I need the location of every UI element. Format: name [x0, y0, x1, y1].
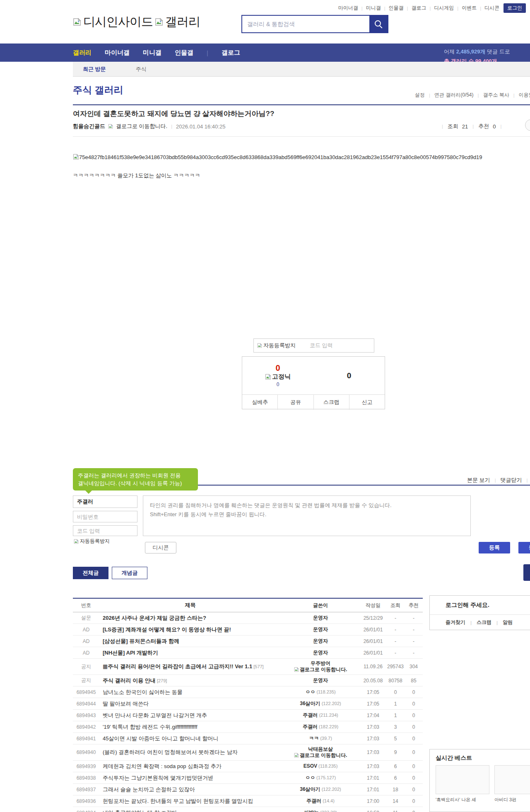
nickname-tooltip: 주갤러는 갤러리에서 권장하는 비회원 전용 갤닉네임입니다. (삭제 시 닉네… [73, 468, 198, 491]
gallery-header-link[interactable]: 설정 [415, 92, 425, 99]
post-author[interactable]: ㅇㅇ (118.235) [281, 689, 360, 695]
comment-bubble-icon[interactable] [525, 119, 530, 131]
tab-all-posts[interactable]: 전체글 [73, 567, 108, 579]
post-title-link[interactable]: '19' 틱톡녀 합방 레전드 수위.gifffffffffffffff [103, 724, 198, 730]
tab-best-posts[interactable]: 개념글 [112, 567, 147, 579]
post-author[interactable]: ESOV (118.235) [281, 763, 360, 769]
board-row: 6894940(블라) 결혼하려다 여친이 멍청해보여서 못하겠다는 남자낙태음… [73, 744, 423, 761]
vote-action-button[interactable]: 스크랩 [313, 395, 349, 410]
post-title-link[interactable]: 그래서 슬슬 눈치까고 손절하고 있잖아 [103, 786, 195, 793]
post-author[interactable]: 운영자 [281, 626, 360, 633]
post-author[interactable]: ㅋㅋ (39.7) [281, 735, 360, 742]
post-author[interactable]: 운영자 [281, 650, 360, 656]
post-title-link[interactable]: 주식투자는 그냥기본원칙에 몇개기법덧댄거넫 [103, 775, 213, 781]
post-author[interactable]: 씨발놈 (223.38) [281, 810, 360, 812]
post-author[interactable]: ㅇㅇ (175.127) [281, 775, 360, 781]
separator: | [470, 620, 472, 625]
login-button[interactable]: 로그인 [504, 3, 526, 13]
post-author[interactable]: 낙태음보살갤로그로 이동합니다. [281, 746, 360, 759]
separator: | [441, 124, 444, 129]
comment-submit-button-clipped[interactable]: 등록 [518, 542, 530, 553]
post-title-link[interactable]: [NH선물] API 개발하기 [103, 650, 158, 656]
best-caption[interactable]: '흑백요리사' 나온 셰 [436, 797, 489, 803]
post-title-link[interactable]: 내일 출근해야하는데 참 ㅈ같다 [103, 810, 177, 812]
topnav-item[interactable]: 이벤트 [462, 5, 477, 12]
comment-submit-button[interactable]: 등록 [479, 542, 510, 553]
best-thumbnail[interactable] [436, 765, 489, 794]
topnav-item[interactable]: 미니갤 [366, 5, 381, 12]
topnav-item[interactable]: 디시콘 [484, 5, 499, 12]
gallery-header-link[interactable]: 이용안내 [519, 92, 530, 99]
vote-action-button[interactable]: 신고 [349, 395, 385, 410]
main-nav-item[interactable]: 갤로그 [222, 49, 240, 57]
dccon-button[interactable]: 디시콘 [145, 542, 176, 553]
login-quick-link[interactable]: 스크랩 [477, 619, 491, 626]
gallery-header-link[interactable]: 연관 갤러리(0/54) [434, 92, 474, 99]
gallery-title[interactable]: 주식 갤러리 [73, 84, 123, 97]
vote-action-button[interactable]: 공유 [277, 395, 313, 410]
post-title-link[interactable]: [삼성선물] 퓨처몬스터들과 함께 [103, 638, 179, 644]
post-title-link[interactable]: 케데헌과 김치연 확장팩 : soda pop 심화과정 추가 [103, 763, 222, 769]
post-author[interactable]: 우주방어갤로그로 이동합니다. [281, 660, 360, 673]
post-title-link[interactable]: 45살이면 시발 아줌마도 아니고 할머니네 할머니 [103, 735, 219, 742]
vote-action-button[interactable]: 실베추 [242, 395, 277, 410]
write-button-clipped[interactable] [523, 564, 530, 581]
captcha-code-input[interactable]: 코드 입력 [310, 342, 333, 349]
recent-visit-tab-stock[interactable]: 주식 [136, 65, 147, 73]
post-author[interactable]: 힘을숨긴골드 [73, 123, 105, 130]
post-title-link[interactable]: [LS증권] 계좌개설 어떻게 해요? 이 동영상 하나면 끝! [103, 626, 231, 633]
post-title-link[interactable]: 헌팅포차는 끝났다. 한녀들의 무고 남발이 헌팅포차를 멸망시킴 [103, 798, 253, 804]
login-quick-link[interactable]: 즐겨찾기 [446, 619, 465, 626]
post-date: 17:03 [360, 764, 386, 769]
topnav-item[interactable]: 디시게임 [434, 5, 454, 12]
comment-header-link[interactable]: 댓글닫기 [500, 476, 522, 484]
main-nav-item[interactable]: 인물갤 [175, 49, 193, 57]
site-logo[interactable]: 디시인사이드 갤러리 [73, 14, 200, 30]
post-title-link[interactable]: (블라) 결혼하려다 여친이 멍청해보여서 못하겠다는 남자 [103, 749, 238, 755]
login-box-title: 로그인해 주세요. [430, 596, 530, 614]
comment-password-input[interactable] [73, 511, 137, 522]
post-author[interactable]: 주갤러 (211.234) [281, 712, 360, 718]
gallog-link[interactable]: 갤로그로 이동합니다. [116, 123, 167, 130]
downvote-count[interactable]: 0 [347, 371, 352, 380]
post-author[interactable]: 주갤러 (14.4) [281, 798, 360, 804]
gallery-header-link[interactable]: 갤주소 복사 [483, 92, 509, 99]
login-quick-link[interactable]: 알림 [503, 619, 513, 626]
comment-code-input[interactable] [73, 525, 137, 536]
post-title-link[interactable]: 주식 갤러리 이용 안내 [103, 677, 156, 684]
post-date: 17:05 [360, 701, 386, 707]
post-title-link[interactable]: 벳녀 만나서 다문화 고부열전 나갈거면 개추 [103, 712, 207, 718]
search-button[interactable] [369, 16, 388, 32]
post-title-link[interactable]: 딸 팔아보려 애쓴다 [103, 701, 149, 707]
topnav-item[interactable]: 갤로그 [411, 5, 426, 12]
recent-visit-label[interactable]: 최근 방문 [83, 65, 106, 73]
post-title-link[interactable]: 남녀노소 한국인이 싫어하는 동물 [103, 689, 183, 695]
post-author[interactable]: 운영자 [281, 677, 360, 684]
post-author[interactable]: 36살아기 (122.202) [281, 701, 360, 707]
topnav-item[interactable]: 마이너갤 [338, 5, 358, 12]
post-views: 18 [386, 787, 405, 793]
main-nav-item[interactable]: 마이너갤 [105, 49, 130, 57]
post-author[interactable]: 운영자 [281, 615, 360, 621]
search-input[interactable] [242, 16, 369, 32]
best-thumbnail[interactable] [494, 765, 530, 794]
upvote-count[interactable]: 0 [275, 364, 280, 372]
best-caption[interactable]: 아비디 3편 [494, 797, 530, 803]
main-nav-item[interactable]: 미니갤 [143, 49, 161, 57]
comment-textarea[interactable]: 타인의 권리를 침해하거나 명예를 훼손하는 댓글은 운영원칙 및 관련 법률에… [143, 495, 471, 536]
post-author[interactable]: 36살아기 (122.202) [281, 786, 360, 793]
author-line: 씨발놈 (223.38) [304, 810, 337, 812]
post-author[interactable]: 운영자 [281, 638, 360, 644]
main-nav-item[interactable]: 갤러리 [73, 49, 92, 57]
post-number: 6894934 [73, 810, 99, 812]
post-text: ㅋㅋㅋㅋㅋㅋㅋㅋ 쓸모가 1도없는 삶이노 ㅋㅋㅋㅋㅋ [73, 172, 200, 179]
topnav-item[interactable]: 인물갤 [389, 5, 404, 12]
comment-nickname-input[interactable] [73, 495, 137, 508]
broken-image-icon [73, 18, 81, 26]
post-title-link[interactable]: 2026년 사주나 운세가 제일 궁금한 스타는? [103, 615, 206, 621]
post-author[interactable]: 주갤러 (182.229) [281, 724, 360, 730]
comment-header-link[interactable]: 본문 보기 [467, 476, 490, 484]
post-number: 설문 [73, 614, 99, 621]
post-title-link[interactable]: ▦주식 갤러리 용어/은어 길라잡이 초급에서 고급까지!! Ver 1.1 [103, 663, 252, 669]
post-votes: 0 [405, 713, 423, 718]
